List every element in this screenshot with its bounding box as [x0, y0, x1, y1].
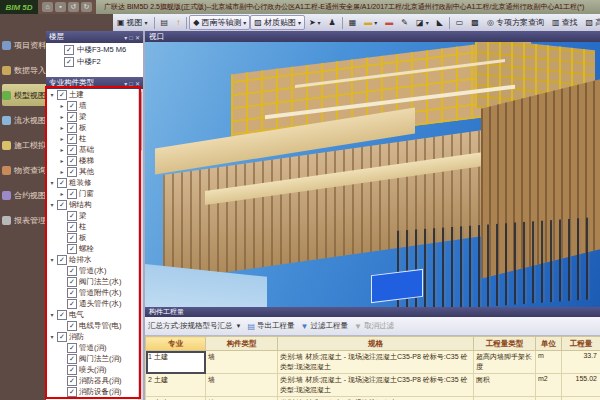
tab-flow-view[interactable]: 流水视图 — [2, 109, 46, 131]
tab-report-manage[interactable]: 报表管理 — [2, 209, 46, 231]
measure-button[interactable]: ▬▾ — [360, 16, 381, 29]
tab-construction-sim[interactable]: 施工模拟 — [2, 134, 46, 156]
column-header-1[interactable]: 专业 — [146, 337, 206, 351]
checkbox-checked-icon[interactable]: ✓ — [67, 189, 77, 199]
checkbox-checked-icon[interactable]: ✓ — [67, 112, 77, 122]
person-view-button[interactable]: ♟ — [325, 16, 340, 29]
filter-quantity-button[interactable]: ▼过滤工程量 — [301, 321, 348, 331]
eraser-button[interactable]: ◪▾ — [412, 16, 433, 29]
tree-item[interactable]: ✓螺栓 — [46, 243, 143, 254]
checkbox-checked-icon[interactable]: ✓ — [57, 178, 67, 188]
pin-icon[interactable]: ▾ — [124, 35, 127, 41]
cell-qtype[interactable]: 超高内墙脚手架长度 — [474, 351, 536, 374]
3d-viewport[interactable] — [145, 42, 600, 307]
tree-item[interactable]: ✓管道附件(水) — [46, 287, 143, 298]
save-icon[interactable]: ▪ — [55, 2, 66, 12]
checkbox-checked-icon[interactable]: ✓ — [67, 244, 77, 254]
cell-type[interactable]: 墙 — [206, 374, 278, 397]
checkbox-checked-icon[interactable]: ✓ — [57, 310, 67, 320]
tree-item[interactable]: ▸✓门窗 — [46, 188, 143, 199]
cell-unit[interactable]: m2 — [536, 374, 562, 397]
column-header-3[interactable]: 规格 — [278, 337, 474, 351]
tree-item[interactable]: ▾✓消防 — [46, 331, 143, 342]
tree-item[interactable]: ▾✓电气 — [46, 309, 143, 320]
checkbox-checked-icon[interactable]: ✓ — [64, 45, 74, 55]
tab-contract-view[interactable]: 合约视图 — [2, 184, 46, 206]
checkbox-checked-icon[interactable]: ✓ — [67, 365, 77, 375]
tree-item[interactable]: ✓电线导管(电) — [46, 320, 143, 331]
checkbox-checked-icon[interactable]: ✓ — [57, 200, 67, 210]
tree-item[interactable]: ✓阀门法兰(水) — [46, 276, 143, 287]
cell-major[interactable]: 1土建 — [146, 351, 206, 374]
annotate-button[interactable]: ✎ — [397, 16, 412, 29]
tree-expanded-arrow-icon[interactable]: ▾ — [49, 256, 55, 263]
tree-item[interactable]: ▾✓粗装修 — [46, 177, 143, 188]
cell-spec[interactable]: 类别:墙 材质:混凝土 - 现场浇注混凝土C35-P8 砼标号:C35 砼类型:… — [278, 351, 474, 374]
close-icon[interactable]: ✕ — [135, 35, 140, 41]
tree-collapsed-arrow-icon[interactable]: ▸ — [59, 135, 65, 142]
tree-item[interactable]: ✓消防设备(消) — [46, 386, 143, 397]
column-header-2[interactable]: 构件类型 — [206, 337, 278, 351]
redo-icon[interactable]: ↻ — [81, 2, 92, 12]
home-icon[interactable]: ⌂ — [42, 2, 53, 12]
checkbox-checked-icon[interactable]: ✓ — [67, 277, 77, 287]
tab-project-info[interactable]: 项目资料 — [2, 34, 46, 56]
tree-item[interactable]: ✓梁 — [46, 210, 143, 221]
float-icon[interactable]: □ — [129, 81, 133, 87]
tree-item[interactable]: ▾✓钢结构 — [46, 199, 143, 210]
tree-item[interactable]: ▾✓土建 — [46, 89, 143, 100]
grid-button[interactable]: ▩ — [467, 16, 483, 29]
cell-major[interactable]: 2土建 — [146, 374, 206, 397]
tree-item[interactable]: ▸✓其他 — [46, 166, 143, 177]
checkbox-checked-icon[interactable]: ✓ — [57, 332, 67, 342]
cell-qtype[interactable]: 面积 — [474, 374, 536, 397]
tree-item[interactable]: ▸✓柱 — [46, 133, 143, 144]
tree-collapsed-arrow-icon[interactable]: ▸ — [59, 146, 65, 153]
checkbox-checked-icon[interactable]: ✓ — [67, 387, 77, 397]
checkbox-checked-icon[interactable]: ✓ — [67, 354, 77, 364]
column-header-6[interactable]: 工程量 — [562, 337, 600, 351]
tree-collapsed-arrow-icon[interactable]: ▸ — [59, 124, 65, 131]
checkbox-checked-icon[interactable]: ✓ — [67, 167, 77, 177]
tree-item[interactable]: ▸✓梁 — [46, 111, 143, 122]
checkbox-checked-icon[interactable]: ✓ — [67, 156, 77, 166]
view-direction-dropdown[interactable]: ◆西南等轴测▾ — [189, 15, 250, 30]
checkbox-checked-icon[interactable]: ✓ — [67, 343, 77, 353]
print-button[interactable]: ▭ — [452, 16, 468, 29]
tree-collapsed-arrow-icon[interactable]: ▸ — [59, 157, 65, 164]
tree-expanded-arrow-icon[interactable]: ▾ — [49, 311, 55, 318]
section-box-button[interactable]: ▦ — [345, 16, 361, 29]
column-header-5[interactable]: 单位 — [536, 337, 562, 351]
cell-type[interactable]: 墙 — [206, 397, 278, 400]
tab-material-query[interactable]: 物资查询 — [2, 159, 46, 181]
tree-collapsed-arrow-icon[interactable]: ▸ — [59, 190, 65, 197]
tree-item[interactable]: ▸✓楼梯 — [46, 155, 143, 166]
cell-spec[interactable]: 类别:墙 材质:混凝土 - 现场浇注混凝土C35-P8 砼标号:C35 砼类型:… — [278, 374, 474, 397]
cell-major[interactable]: 3土建 — [146, 397, 206, 400]
checkbox-checked-icon[interactable]: ✓ — [67, 134, 77, 144]
export-quantity-button[interactable]: ▤导出工程量 — [248, 321, 295, 331]
tree-expanded-arrow-icon[interactable]: ▾ — [49, 201, 55, 208]
column-header-4[interactable]: 工程量类型 — [474, 337, 536, 351]
tree-item[interactable]: ✓通头管件(水) — [46, 298, 143, 309]
tree-item[interactable]: ▾✓给排水 — [46, 254, 143, 265]
tree-item[interactable]: ✓管道(消) — [46, 342, 143, 353]
checkbox-checked-icon[interactable]: ✓ — [67, 101, 77, 111]
tree-item[interactable]: ▸✓墙 — [46, 100, 143, 111]
tree-item[interactable]: ▸✓板 — [46, 122, 143, 133]
cell-qty[interactable]: 155.02 — [562, 374, 600, 397]
checkbox-checked-icon[interactable]: ✓ — [64, 57, 74, 67]
close-icon[interactable]: ✕ — [135, 81, 140, 87]
checkbox-checked-icon[interactable]: ✓ — [67, 123, 77, 133]
checkbox-checked-icon[interactable]: ✓ — [67, 222, 77, 232]
checkbox-checked-icon[interactable]: ✓ — [67, 299, 77, 309]
tab-model-view[interactable]: 模型视图 — [2, 84, 46, 106]
tree-item[interactable]: ▸✓基础 — [46, 144, 143, 155]
checkbox-checked-icon[interactable]: ✓ — [67, 288, 77, 298]
tab-data-import[interactable]: 数据导入 — [2, 59, 46, 81]
cell-qtype[interactable] — [474, 397, 536, 400]
cell-qty[interactable] — [562, 397, 600, 400]
undo-icon[interactable]: ↺ — [68, 2, 79, 12]
protractor-button[interactable]: ◣ — [433, 16, 447, 29]
tree-expanded-arrow-icon[interactable]: ▾ — [49, 179, 55, 186]
